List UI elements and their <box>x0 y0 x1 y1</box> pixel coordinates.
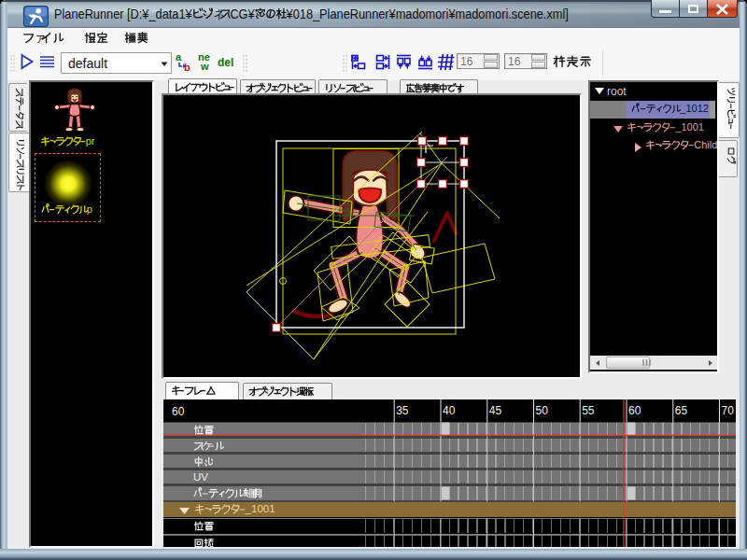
svg-text:¥018_PlaneRunner¥madomori¥mado: ¥018_PlaneRunner¥madomori¥madomori.scene… <box>286 7 569 21</box>
svg-text:CG¥: CG¥ <box>230 7 254 21</box>
svg-text:w: w <box>200 61 209 72</box>
svg-text:ネ: ネ <box>213 7 225 21</box>
svg-text:_1012: _1012 <box>679 103 709 114</box>
svg-text:_1001: _1001 <box>245 503 275 514</box>
svg-text:_1001: _1001 <box>674 121 704 133</box>
svg-text:PlaneRunner [D:¥_data1¥: PlaneRunner [D:¥_data1¥ <box>54 7 192 21</box>
svg-text:del: del <box>218 56 233 69</box>
svg-text:a: a <box>176 52 182 63</box>
svg-text:Child: Child <box>694 140 717 150</box>
svg-text:ケ: ケ <box>203 440 214 451</box>
svg-text:p: p <box>87 203 92 215</box>
svg-text:pr: pr <box>86 135 95 147</box>
